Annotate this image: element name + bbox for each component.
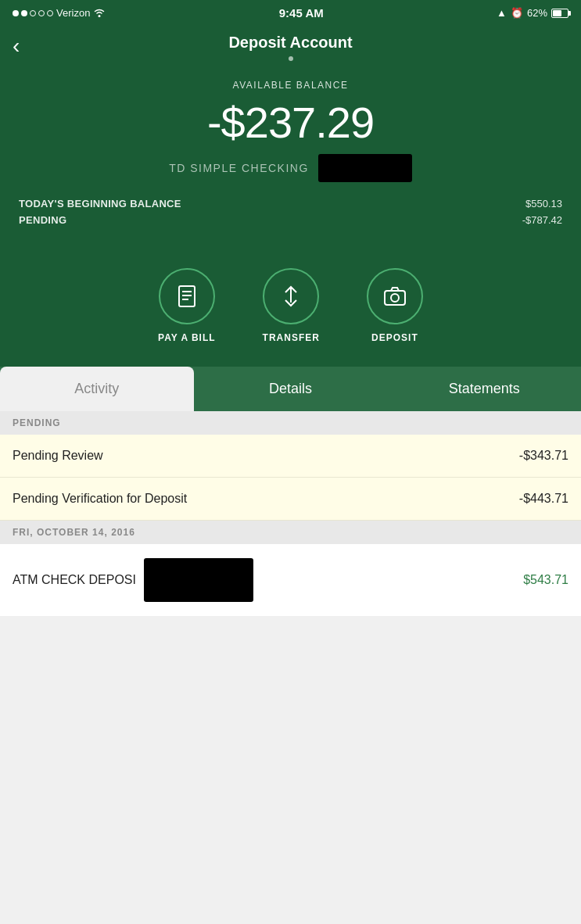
battery-icon <box>551 9 568 18</box>
signal-strength <box>13 10 53 16</box>
tab-details[interactable]: Details <box>194 367 388 411</box>
transaction-amount: -$443.71 <box>519 492 568 506</box>
balance-details: TODAY'S BEGINNING BALANCE $550.13 PENDIN… <box>19 198 562 226</box>
carrier-label: Verizon <box>56 7 90 19</box>
pending-balance-label: PENDING <box>19 214 66 226</box>
beginning-balance-label: TODAY'S BEGINNING BALANCE <box>19 198 181 210</box>
account-number-redacted <box>318 154 412 182</box>
page-header: ‹ Deposit Account <box>0 24 581 67</box>
alarm-icon: ⏰ <box>511 7 523 19</box>
signal-dot-3 <box>30 10 36 16</box>
bill-icon <box>173 282 201 310</box>
deposit-icon-circle <box>367 268 423 324</box>
tab-activity[interactable]: Activity <box>0 367 194 411</box>
transfer-icon-circle <box>263 268 319 324</box>
page-indicator-dot <box>289 56 293 61</box>
atm-label: ATM CHECK DEPOSI <box>13 573 136 587</box>
status-bar: Verizon 9:45 AM ▲ ⏰ 62% <box>0 0 581 24</box>
svg-point-0 <box>99 15 101 17</box>
transfer-button[interactable]: TRANSFER <box>263 268 320 343</box>
signal-dot-1 <box>13 10 19 16</box>
pay-a-bill-label: PAY A BILL <box>158 332 216 343</box>
tabs-bar: Activity Details Statements <box>0 367 581 411</box>
pending-section-header: PENDING <box>0 411 581 435</box>
battery-label: 62% <box>527 7 547 19</box>
beginning-balance-value: $550.13 <box>525 198 562 210</box>
location-icon: ▲ <box>497 7 507 19</box>
pending-balance-value: -$787.42 <box>522 214 562 226</box>
atm-redacted <box>144 558 253 602</box>
signal-dot-4 <box>38 10 45 16</box>
content-area: PENDING Pending Review -$343.71 Pending … <box>0 411 581 724</box>
wifi-icon <box>93 7 106 20</box>
pending-balance-row: PENDING -$787.42 <box>19 214 562 226</box>
transfer-label: TRANSFER <box>263 332 320 343</box>
transaction-amount: -$343.71 <box>519 449 568 463</box>
account-name-row: TD SIMPLE CHECKING <box>19 154 562 182</box>
time-display: 9:45 AM <box>279 6 324 20</box>
svg-rect-5 <box>385 291 405 305</box>
status-left: Verizon <box>13 7 106 20</box>
transaction-name: Pending Review <box>13 449 103 463</box>
account-name: TD SIMPLE CHECKING <box>169 162 309 174</box>
atm-transaction-row[interactable]: ATM CHECK DEPOSI $543.71 <box>0 544 581 616</box>
camera-icon <box>381 282 409 310</box>
actions-section: PAY A BILL TRANSFER DEPOSIT <box>0 252 581 367</box>
transaction-name: Pending Verification for Deposit <box>13 492 187 506</box>
transaction-row[interactable]: Pending Verification for Deposit -$443.7… <box>0 478 581 521</box>
page-title: Deposit Account <box>228 34 352 51</box>
svg-point-6 <box>391 294 399 302</box>
available-balance-label: AVAILABLE BALANCE <box>19 80 562 91</box>
atm-left: ATM CHECK DEPOSI <box>13 558 253 602</box>
deposit-label: DEPOSIT <box>371 332 418 343</box>
pay-a-bill-icon-circle <box>159 268 215 324</box>
transfer-icon <box>277 282 305 310</box>
balance-amount: -$237.29 <box>19 97 562 148</box>
status-right: ▲ ⏰ 62% <box>497 7 568 19</box>
pay-a-bill-button[interactable]: PAY A BILL <box>158 268 216 343</box>
back-button[interactable]: ‹ <box>13 35 20 57</box>
beginning-balance-row: TODAY'S BEGINNING BALANCE $550.13 <box>19 198 562 210</box>
signal-dot-5 <box>47 10 53 16</box>
signal-dot-2 <box>21 10 27 16</box>
transaction-row[interactable]: Pending Review -$343.71 <box>0 435 581 478</box>
atm-amount: $543.71 <box>523 573 568 587</box>
deposit-button[interactable]: DEPOSIT <box>367 268 423 343</box>
account-section: AVAILABLE BALANCE -$237.29 TD SIMPLE CHE… <box>0 67 581 252</box>
date-section-header: FRI, OCTOBER 14, 2016 <box>0 521 581 544</box>
tab-statements[interactable]: Statements <box>387 367 581 411</box>
